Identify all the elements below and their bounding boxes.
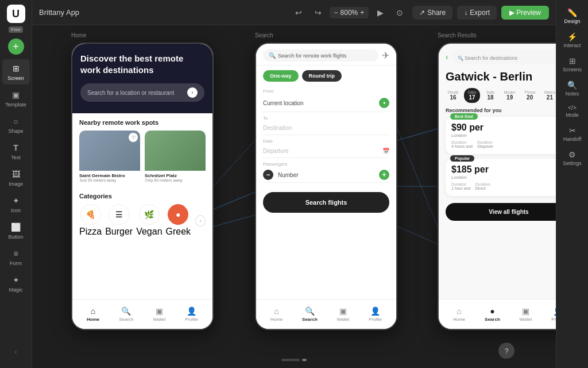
- redo-button[interactable]: ↪: [310, 5, 326, 21]
- sidebar-item-template[interactable]: ▣ Template: [2, 86, 30, 111]
- home-nav-search[interactable]: 🔍 Search: [119, 306, 133, 322]
- home-nav-wallet[interactable]: ▣ Wallet: [153, 306, 165, 322]
- home-nav-wallet-label: Wallet: [153, 317, 165, 322]
- search-nav-search[interactable]: 🔍 Search: [302, 306, 318, 322]
- date-field[interactable]: Departure 📅: [263, 144, 389, 158]
- categories-title: Categories: [79, 193, 206, 200]
- sidebar-item-icon-label: Icon: [11, 208, 21, 213]
- zoom-minus[interactable]: −: [334, 9, 338, 17]
- sidebar-item-screen[interactable]: ⊞ Screen: [2, 59, 30, 85]
- from-field[interactable]: Current location ✦: [263, 94, 389, 112]
- round-trip-button[interactable]: Round trip: [302, 70, 342, 82]
- increment-passengers[interactable]: +: [379, 170, 389, 180]
- flight-2-price-section: $185 per London Duration 1 hour and Dura…: [451, 164, 554, 190]
- home-search-arrow[interactable]: ›: [187, 87, 198, 98]
- play-button[interactable]: ▶: [372, 5, 388, 21]
- results-search-icon: 🔍: [458, 56, 465, 61]
- cat-pizza[interactable]: 🍕 Pizza: [79, 204, 102, 237]
- right-panel: ✏️ Design ⚡ Interact ⊞ Screens 🔍 Notes <…: [556, 0, 588, 368]
- right-panel-design[interactable]: ✏️ Design: [559, 5, 586, 28]
- right-panel-handoff[interactable]: ✂ Handoff: [559, 122, 586, 145]
- sidebar-item-form[interactable]: ≡ Form: [2, 244, 30, 270]
- spot-2[interactable]: Schnitzel Platz Only 80 meters away: [145, 131, 206, 185]
- categories-next[interactable]: ›: [195, 215, 206, 227]
- destination-text: Destination: [263, 125, 292, 131]
- add-button[interactable]: +: [8, 39, 24, 55]
- search-bottom-nav: ⌂ Home 🔍 Search ▣ Wallet 👤 Profile: [256, 299, 396, 329]
- results-nav-home[interactable]: ⌂ Home: [453, 306, 465, 322]
- export-button[interactable]: ↓ Export: [457, 6, 497, 20]
- spot-1-heart[interactable]: ♡: [129, 133, 138, 142]
- spot-2-info: Schnitzel Platz Only 80 meters away: [145, 171, 206, 185]
- interact-icon: ⚡: [567, 32, 577, 41]
- date-tab-0[interactable]: Flexib 16: [444, 88, 462, 103]
- decrement-passengers[interactable]: −: [263, 170, 273, 180]
- date-tab-1[interactable]: Sätis 17: [464, 88, 480, 103]
- cat-burger[interactable]: ☰ Burger: [105, 204, 133, 237]
- app-logo[interactable]: U: [7, 5, 25, 23]
- search-input[interactable]: 🔍 Search for remote work flights: [263, 49, 378, 62]
- cat-greek[interactable]: ● Greek: [166, 204, 191, 237]
- results-nav-profile[interactable]: 👤 Profile: [551, 306, 556, 322]
- flight-card-2[interactable]: Popular $185 per London Duration 1 hour …: [446, 159, 556, 196]
- to-field[interactable]: Destination: [263, 121, 389, 135]
- right-panel-notes[interactable]: 🔍 Notes: [559, 77, 586, 100]
- sidebar-item-shape[interactable]: ○ Shape: [2, 112, 30, 137]
- template-icon: ▣: [10, 89, 22, 101]
- results-nav-wallet[interactable]: ▣ Wallet: [520, 306, 532, 322]
- date-tab-2[interactable]: Safe 18: [482, 88, 498, 103]
- home-nav-profile[interactable]: 👤 Profile: [185, 306, 198, 322]
- undo-button[interactable]: ↩: [291, 5, 307, 21]
- sidebar-item-button[interactable]: ⬜ Button: [2, 218, 30, 243]
- mode-icon: </>: [568, 105, 576, 111]
- search-flights-button[interactable]: Search flights: [263, 192, 389, 213]
- greek-label: Greek: [166, 227, 191, 237]
- home-nav-home[interactable]: ⌂ Home: [87, 306, 99, 322]
- search-nav-wallet[interactable]: ▣ Wallet: [337, 306, 350, 322]
- record-button[interactable]: ⊙: [392, 5, 408, 21]
- share-button[interactable]: ↗ Share: [412, 6, 452, 20]
- handoff-label: Handoff: [563, 136, 581, 142]
- spot-2-image: [145, 131, 206, 171]
- spot-1-image: ♡: [79, 131, 140, 171]
- screens-icon: ⊞: [569, 56, 576, 66]
- results-nav-profile-label: Profile: [551, 317, 556, 322]
- results-nav-home-icon: ⌂: [457, 306, 461, 316]
- current-location-text: Current location: [263, 100, 304, 106]
- burger-icon: ☰: [109, 204, 129, 225]
- one-way-button[interactable]: One-way: [263, 70, 299, 82]
- flight-card-1[interactable]: Best Deal $90 per London Duration 4 hour…: [446, 117, 556, 154]
- spot-1[interactable]: ♡ Saint Germain Bistro Just 50 meters aw…: [79, 131, 140, 185]
- sidebar-item-text[interactable]: T Text: [2, 139, 30, 164]
- cat-vegan[interactable]: 🌿 Vegan: [136, 204, 162, 237]
- search-form: From Current location ✦ To Destination D…: [256, 86, 396, 215]
- date-tab-4[interactable]: Thrive 20: [521, 88, 539, 103]
- sidebar-item-image[interactable]: 🖼 Image: [2, 165, 30, 190]
- sidebar-collapse-button[interactable]: ‹: [9, 345, 23, 359]
- right-panel-mode[interactable]: </> Mode: [559, 101, 586, 121]
- zoom-plus[interactable]: +: [360, 9, 364, 17]
- search-nav-profile[interactable]: 👤 Profile: [369, 306, 382, 322]
- home-search-bar[interactable]: Search for a location or restaurant ›: [80, 83, 204, 102]
- right-panel-screens[interactable]: ⊞ Screens: [559, 53, 586, 76]
- results-nav-search[interactable]: ● Search: [485, 306, 500, 322]
- handoff-icon: ✂: [569, 126, 576, 135]
- search-nav-home[interactable]: ⌂ Home: [270, 306, 283, 322]
- right-panel-interact[interactable]: ⚡ Interact: [559, 29, 586, 52]
- results-search-bar[interactable]: 🔍 Search for destinations: [452, 49, 556, 64]
- svg-line-5: [397, 227, 438, 244]
- date-tab-3[interactable]: Moder 19: [501, 88, 519, 103]
- help-button[interactable]: ?: [498, 343, 514, 359]
- date-tab-5[interactable]: Welco 21: [541, 88, 556, 103]
- results-nav-wallet-label: Wallet: [520, 317, 532, 322]
- flight-2-duration1: Duration 1 hour and: [451, 182, 470, 190]
- sidebar-item-magic[interactable]: ✦ Magic: [2, 271, 30, 296]
- results-nav-profile-icon: 👤: [553, 306, 556, 316]
- sidebar-item-icon[interactable]: ✦ Icon: [2, 191, 30, 217]
- home-bottom-nav: ⌂ Home 🔍 Search ▣ Wallet 👤 Profile: [72, 299, 212, 329]
- preview-button[interactable]: ▶ Preview: [501, 6, 549, 20]
- image-icon: 🖼: [10, 168, 22, 180]
- results-back-button[interactable]: ‹: [446, 52, 448, 62]
- view-all-flights-button[interactable]: View all flights: [446, 203, 556, 221]
- right-panel-settings[interactable]: ⚙ Settings: [559, 147, 586, 170]
